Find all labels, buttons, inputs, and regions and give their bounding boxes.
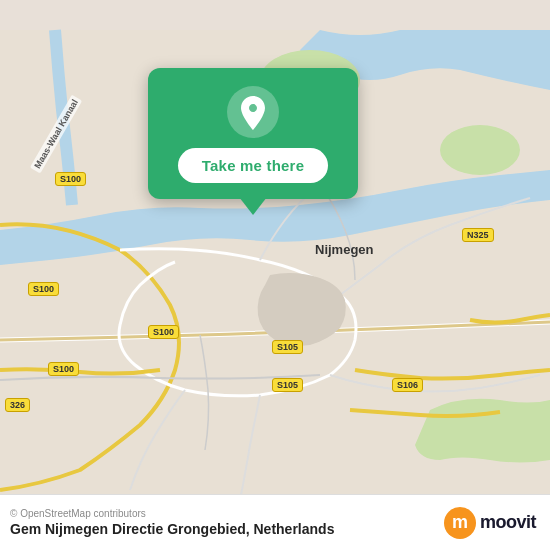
badge-n325: N325 [462, 228, 494, 242]
badge-s100-mid: S100 [148, 325, 179, 339]
badge-s100-left: S100 [28, 282, 59, 296]
badge-s100-top: S100 [55, 172, 86, 186]
moovit-logo: m moovit [444, 507, 536, 539]
bottom-bar: © OpenStreetMap contributors Gem Nijmege… [0, 494, 550, 550]
location-name: Gem Nijmegen Directie Grongebied, Nether… [10, 521, 334, 537]
moovit-icon: m [444, 507, 476, 539]
take-me-there-button[interactable]: Take me there [178, 148, 328, 183]
badge-s106: S106 [392, 378, 423, 392]
badge-s105-2: S105 [272, 378, 303, 392]
bottom-left: © OpenStreetMap contributors Gem Nijmege… [10, 508, 334, 537]
location-pin-icon [227, 86, 279, 138]
badge-326: 326 [5, 398, 30, 412]
badge-s105-1: S105 [272, 340, 303, 354]
svg-point-2 [440, 125, 520, 175]
moovit-brand-name: moovit [480, 512, 536, 533]
badge-s100-bottom-left: S100 [48, 362, 79, 376]
map-container: Maas-Waal Kanaal S100 S100 S100 S100 S10… [0, 0, 550, 550]
city-label-nijmegen: Nijmegen [315, 242, 374, 257]
osm-attribution: © OpenStreetMap contributors [10, 508, 334, 519]
popup-card: Take me there [148, 68, 358, 199]
